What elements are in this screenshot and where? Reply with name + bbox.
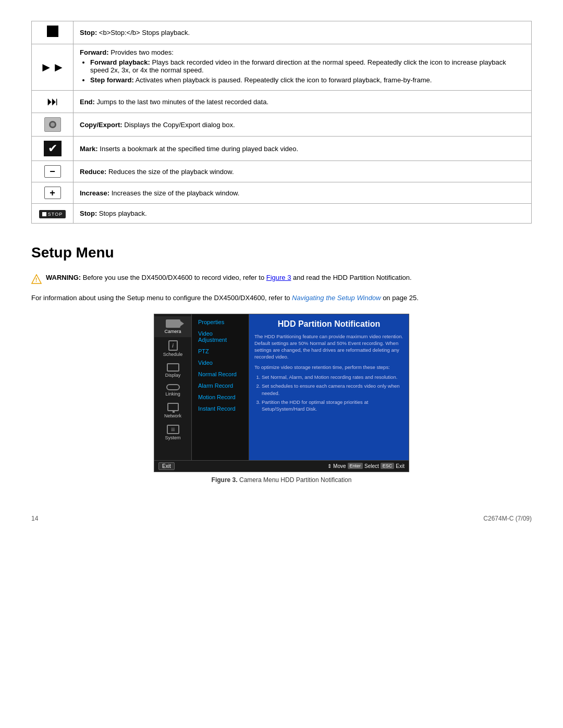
table-row: ✔ Mark: Inserts a bookmark at the specif… [32, 137, 532, 161]
sidebar-item-schedule[interactable]: i Schedule [154, 337, 191, 360]
stop-square [42, 212, 46, 216]
doc-number: C2674M-C (7/09) [483, 515, 532, 522]
stop-button-desc: Stop: Stops playback. [74, 204, 532, 224]
hdd-steps-intro: To optimize video storage retention time… [254, 364, 403, 371]
reduce-desc: Reduce: Reduces the size of the playback… [74, 161, 532, 182]
warning-text: WARNING: Before you use the DX4500/DX460… [46, 274, 412, 281]
end-icon-cell: ⏭ [32, 91, 74, 113]
end-label: End: [80, 98, 95, 106]
stop-text: STOP [48, 212, 63, 217]
table-row: ⏭ End: Jumps to the last two minutes of … [32, 91, 532, 113]
setup-menu-section: Setup Menu ! WARNING: Before you use the… [31, 244, 532, 484]
hdd-notification-title: HDD Partition Notification [254, 319, 403, 329]
stop-button-icon-cell: STOP [32, 204, 74, 224]
hdd-body-text: The HDD Partitioning feature can provide… [254, 333, 403, 361]
hdd-steps-list: Set Normal, Alarm, and Motion recording … [262, 374, 403, 412]
page-footer: 14 C2674M-C (7/09) [31, 515, 532, 522]
sidebar-system-label: System [165, 435, 180, 440]
nav-select-label: Select [364, 463, 379, 469]
stop-desc: Stop: <b>Stop:</b> Stops playback. [74, 21, 532, 44]
menu-item-instant-record[interactable]: Instant Record [192, 403, 249, 414]
sidebar-item-network[interactable]: Network [154, 400, 191, 422]
warning-label: WARNING: [46, 274, 81, 281]
sidebar-schedule-label: Schedule [163, 352, 183, 357]
sidebar-display-label: Display [165, 373, 181, 378]
forward-icon: ►► [40, 61, 65, 73]
menu-item-motion-record[interactable]: Motion Record [192, 391, 249, 403]
mark-desc: Mark: Inserts a bookmark at the specifie… [74, 137, 532, 161]
figure-title: Camera Menu HDD Partition Notification [239, 476, 351, 484]
menu-item-alarm-record[interactable]: Alarm Record [192, 380, 249, 391]
dvr-sidebar: Camera i Schedule Display Linking [154, 314, 192, 460]
reduce-icon-cell: − [32, 161, 74, 182]
nav-esc-key: ESC [381, 463, 395, 469]
menu-item-ptz[interactable]: PTZ [192, 346, 249, 357]
mark-icon: ✔ [44, 141, 62, 156]
warning-icon: ! [31, 274, 42, 285]
stop-button-icon: STOP [39, 210, 66, 218]
dvr-menu: Properties Video Adjustment PTZ Video No… [192, 314, 249, 460]
copy-label: Copy/Export: [80, 121, 123, 129]
hdd-notification-body: The HDD Partitioning feature can provide… [254, 333, 403, 413]
playback-controls-table: Stop: <b>Stop:</b> Stops playback. ►► Fo… [31, 21, 532, 224]
increase-icon: + [44, 187, 61, 199]
reduce-icon: − [44, 165, 61, 178]
stop-label: Stop: [80, 29, 97, 36]
menu-item-video[interactable]: Video [192, 357, 249, 368]
camera-icon [166, 319, 180, 328]
info-text: For information about using the Setup me… [31, 293, 532, 303]
display-icon [167, 363, 179, 372]
figure3-link[interactable]: Figure 3 [266, 274, 291, 281]
reduce-label: Reduce: [80, 168, 106, 176]
table-row: Copy/Export: Displays the Copy/Export di… [32, 113, 532, 137]
table-row: + Increase: Increases the size of the pl… [32, 182, 532, 204]
svg-text:!: ! [35, 277, 38, 283]
sidebar-camera-label: Camera [164, 329, 181, 334]
forward-desc: Forward: Provides two modes: Forward pla… [74, 44, 532, 91]
menu-item-video-adjustment[interactable]: Video Adjustment [192, 328, 249, 346]
end-icon: ⏭ [47, 95, 58, 108]
svg-point-1 [51, 122, 55, 127]
copy-export-icon [44, 117, 61, 132]
warning-box: ! WARNING: Before you use the DX4500/DX4… [31, 274, 532, 285]
copy-svg [48, 120, 57, 129]
schedule-icon: i [168, 340, 178, 351]
stop-icon-cell [32, 21, 74, 44]
increase-desc: Increase: Increases the size of the play… [74, 182, 532, 204]
table-row: ►► Forward: Provides two modes: Forward … [32, 44, 532, 91]
nav-exit-label: Exit [396, 463, 405, 469]
linking-icon [166, 384, 180, 390]
mark-icon-cell: ✔ [32, 137, 74, 161]
sidebar-item-linking[interactable]: Linking [154, 381, 191, 400]
nav-move-label: Move [333, 463, 346, 469]
nav-enter-key: Enter [348, 463, 363, 469]
sidebar-item-system[interactable]: ≡ System [154, 422, 191, 443]
exit-button[interactable]: Exit [158, 462, 175, 470]
network-icon [167, 403, 179, 411]
forward-label: Forward: [80, 48, 109, 56]
dvr-body: Camera i Schedule Display Linking [154, 314, 409, 460]
end-desc: End: Jumps to the last two minutes of th… [74, 91, 532, 113]
menu-item-normal-record[interactable]: Normal Record [192, 368, 249, 380]
footer-nav: ⇕ Move Enter Select ESC Exit [327, 463, 405, 469]
increase-label: Increase: [80, 189, 109, 197]
increase-icon-cell: + [32, 182, 74, 204]
figure-label: Figure 3. [212, 476, 238, 484]
navigating-setup-link[interactable]: Navigating the Setup Window [292, 294, 381, 302]
dvr-content: HDD Partition Notification The HDD Parti… [249, 314, 409, 460]
sidebar-item-camera[interactable]: Camera [154, 316, 191, 337]
table-row: − Reduce: Reduces the size of the playba… [32, 161, 532, 182]
table-row: STOP Stop: Stops playback. [32, 204, 532, 224]
dvr-footer: Exit ⇕ Move Enter Select ESC Exit [154, 460, 409, 472]
sidebar-linking-label: Linking [165, 391, 180, 397]
figure-caption: Figure 3. Camera Menu HDD Partition Noti… [212, 476, 352, 484]
sidebar-item-display[interactable]: Display [154, 360, 191, 381]
nav-move-symbol: ⇕ [327, 463, 332, 469]
forward-icon-cell: ►► [32, 44, 74, 91]
copy-desc: Copy/Export: Displays the Copy/Export di… [74, 113, 532, 137]
forward-playback-item: Forward playback: Plays back recorded vi… [90, 58, 525, 74]
menu-item-properties[interactable]: Properties [192, 316, 249, 328]
table-row: Stop: <b>Stop:</b> Stops playback. [32, 21, 532, 44]
copy-icon-cell [32, 113, 74, 137]
system-icon: ≡ [167, 425, 179, 434]
